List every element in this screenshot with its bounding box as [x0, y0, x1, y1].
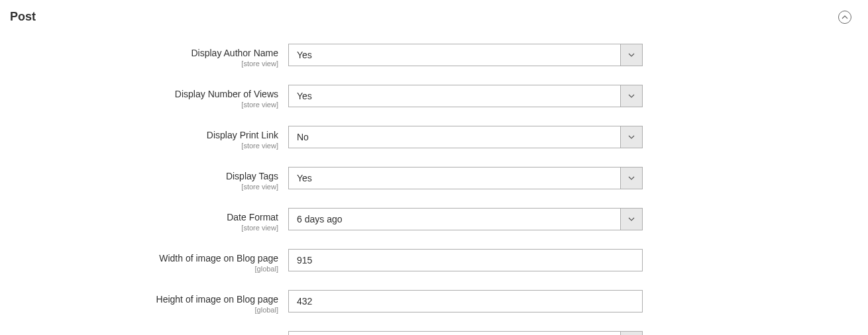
select-value: No	[288, 126, 643, 148]
field-scope: [global]	[10, 306, 278, 314]
field-label: Display Tags	[10, 171, 278, 181]
field-scope: [store view]	[10, 60, 278, 68]
control-col: Yes	[288, 85, 643, 107]
field-label: Height of image on Blog page	[10, 294, 278, 305]
field-label: Display Author Name	[10, 48, 278, 58]
field-row-enable-like-control: Enable 'Like' Control [store view] Yes	[10, 331, 858, 335]
select-value: Yes	[288, 44, 643, 66]
select-display-number-of-views[interactable]: Yes	[288, 85, 643, 107]
select-value: Yes	[288, 85, 643, 107]
field-row-display-number-of-views: Display Number of Views [store view] Yes	[10, 85, 858, 109]
field-label: Display Print Link	[10, 130, 278, 140]
section-header: Post	[10, 10, 858, 24]
field-row-display-print-link: Display Print Link [store view] No	[10, 126, 858, 150]
label-col: Display Author Name [store view]	[10, 44, 288, 68]
control-col	[288, 290, 643, 312]
label-col: Display Print Link [store view]	[10, 126, 288, 150]
field-row-display-tags: Display Tags [store view] Yes	[10, 167, 858, 191]
select-value: Yes	[288, 167, 643, 189]
chevron-up-icon	[841, 14, 848, 21]
select-enable-like-control[interactable]: Yes	[288, 331, 643, 335]
field-row-width-image-blog: Width of image on Blog page [global]	[10, 249, 858, 273]
label-col: Display Tags [store view]	[10, 167, 288, 191]
input-width-image-blog[interactable]	[288, 249, 643, 271]
collapse-toggle[interactable]	[838, 11, 851, 24]
label-col: Enable 'Like' Control [store view]	[10, 331, 288, 335]
select-value: 6 days ago	[288, 208, 643, 230]
field-row-height-image-blog: Height of image on Blog page [global]	[10, 290, 858, 314]
input-height-image-blog[interactable]	[288, 290, 643, 312]
select-value: Yes	[288, 331, 643, 335]
select-display-tags[interactable]: Yes	[288, 167, 643, 189]
control-col: No	[288, 126, 643, 148]
control-col: Yes	[288, 167, 643, 189]
label-col: Width of image on Blog page [global]	[10, 249, 288, 273]
section-title: Post	[10, 10, 36, 24]
field-scope: [store view]	[10, 142, 278, 150]
select-display-print-link[interactable]: No	[288, 126, 643, 148]
control-col: Yes	[288, 331, 643, 335]
label-col: Date Format [store view]	[10, 208, 288, 232]
field-scope: [store view]	[10, 183, 278, 191]
field-label: Width of image on Blog page	[10, 253, 278, 263]
select-date-format[interactable]: 6 days ago	[288, 208, 643, 230]
control-col	[288, 249, 643, 271]
control-col: 6 days ago	[288, 208, 643, 230]
select-display-author-name[interactable]: Yes	[288, 44, 643, 66]
field-scope: [store view]	[10, 224, 278, 232]
field-scope: [store view]	[10, 101, 278, 109]
field-row-display-author-name: Display Author Name [store view] Yes	[10, 44, 858, 68]
field-row-date-format: Date Format [store view] 6 days ago	[10, 208, 858, 232]
field-label: Date Format	[10, 212, 278, 222]
control-col: Yes	[288, 44, 643, 66]
field-scope: [global]	[10, 265, 278, 273]
label-col: Display Number of Views [store view]	[10, 85, 288, 109]
field-label: Display Number of Views	[10, 89, 278, 99]
label-col: Height of image on Blog page [global]	[10, 290, 288, 314]
